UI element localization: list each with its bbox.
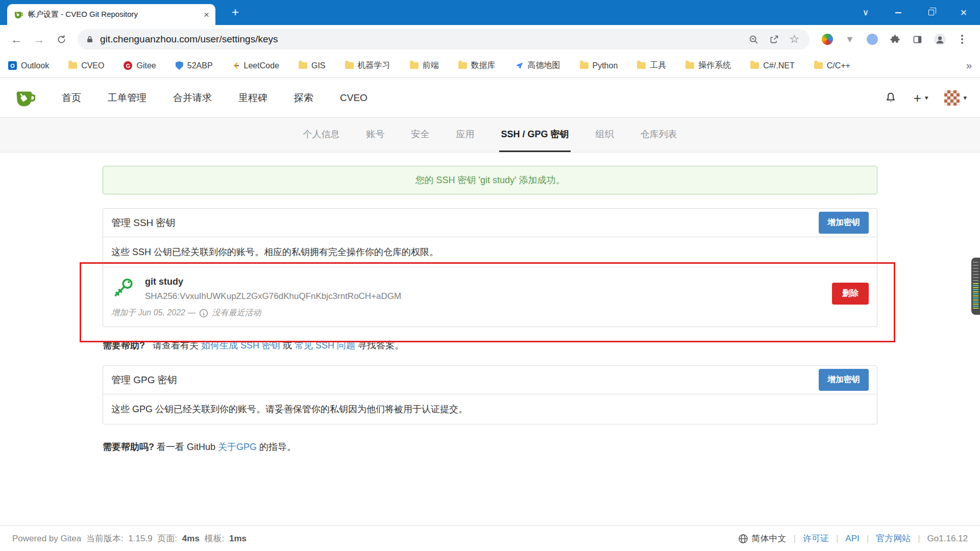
folder-icon	[580, 62, 589, 69]
nav-item-explore[interactable]: 探索	[294, 91, 313, 105]
folder-icon	[750, 62, 759, 69]
nav-item-issues[interactable]: 工单管理	[108, 91, 146, 105]
bookmark-folder-ml[interactable]: 机器学习	[345, 60, 390, 71]
footer-link-website[interactable]: 官方网站	[876, 533, 911, 544]
forward-button[interactable]: →	[28, 28, 50, 51]
sidebar-icon[interactable]	[910, 32, 925, 47]
extensions-puzzle-icon[interactable]	[887, 32, 902, 47]
bookmark-folder-frontend[interactable]: 前端	[410, 60, 439, 71]
tab-account[interactable]: 账号	[364, 118, 386, 152]
extensions-area: ▼	[815, 32, 975, 47]
tab-ssh-gpg-keys[interactable]: SSH / GPG 密钥	[499, 118, 570, 152]
side-scroll-widget[interactable]	[971, 258, 980, 315]
profile-icon[interactable]	[932, 32, 947, 47]
nav-item-home[interactable]: 首页	[62, 91, 81, 105]
ssh-key-fingerprint: SHA256:VvxuIhUWKupZL2GxG76dKhuQFnKbjc3rn…	[145, 291, 401, 302]
minimize-button[interactable]	[882, 0, 915, 25]
bookmark-folder-os[interactable]: 操作系统	[685, 60, 731, 71]
folder-icon	[299, 62, 307, 69]
ssh-key-row: git study SHA256:VvxuIhUWKupZL2GxG76dKhu…	[103, 267, 877, 327]
delete-key-button[interactable]: 删除	[832, 283, 869, 305]
powered-by: Powered by Gitea	[12, 534, 81, 543]
tab-close-icon[interactable]: ×	[204, 10, 209, 19]
share-icon[interactable]	[767, 34, 781, 45]
go-version: Go1.16.12	[927, 534, 968, 544]
back-button[interactable]: ←	[5, 28, 28, 51]
link-about-gpg[interactable]: 关于GPG	[218, 442, 257, 452]
link-how-to-generate-ssh-key[interactable]: 如何生成 SSH 密钥	[201, 340, 280, 350]
bookmark-folder-csharp[interactable]: C#/.NET	[750, 61, 794, 70]
tab-repositories[interactable]: 仓库列表	[639, 118, 679, 152]
bookmarks-overflow-chevron-icon[interactable]: »	[966, 60, 972, 71]
amap-icon	[515, 61, 524, 70]
tab-security[interactable]: 安全	[409, 118, 431, 152]
create-new-dropdown[interactable]: + ▾	[914, 91, 928, 105]
close-button[interactable]: ×	[947, 0, 980, 25]
link-common-ssh-issues[interactable]: 常见 SSH 问题	[295, 340, 355, 350]
vue-icon[interactable]: ▼	[842, 32, 857, 47]
footer-link-api[interactable]: API	[845, 534, 859, 544]
nav-item-pull-requests[interactable]: 合并请求	[173, 91, 212, 105]
bookmark-folder-tools[interactable]: 工具	[637, 60, 666, 71]
address-bar[interactable]: git.chenguanzhou.com/user/settings/keys …	[78, 29, 810, 49]
bookmark-folder-cveo[interactable]: CVEO	[68, 61, 104, 70]
new-tab-button[interactable]: +	[228, 6, 243, 19]
tab-profile[interactable]: 个人信息	[301, 118, 341, 152]
chevron-down-icon: ▾	[963, 94, 967, 102]
browser-toolbar: ← → git.chenguanzhou.com/user/settings/k…	[0, 25, 980, 54]
user-menu[interactable]: ▾	[944, 90, 967, 106]
gitee-icon: G	[124, 61, 132, 70]
reload-button[interactable]	[50, 28, 72, 51]
bell-icon[interactable]	[884, 91, 897, 105]
template-time: 1ms	[229, 534, 247, 543]
bookmark-folder-database[interactable]: 数据库	[458, 60, 496, 71]
side-widget-stripes-color	[973, 283, 978, 310]
shield-icon	[176, 61, 183, 70]
gitea-favicon-icon	[13, 10, 23, 19]
zoom-out-icon[interactable]	[746, 34, 761, 45]
bookmark-folder-python[interactable]: Python	[580, 61, 618, 70]
ssh-key-meta: 增加于 Jun 05, 2022 — 没有最近活动	[111, 308, 869, 318]
nav-item-milestones[interactable]: 里程碑	[238, 91, 267, 105]
gpg-keys-panel: 管理 GPG 密钥 增加密钥 这些 GPG 公钥已经关联到你的账号。请妥善保管你…	[103, 365, 877, 424]
plus-icon: +	[914, 91, 921, 105]
globe-icon	[738, 534, 748, 544]
idm-icon[interactable]	[820, 32, 835, 47]
bookmark-folder-gis[interactable]: GIS	[299, 61, 326, 70]
menu-dots-icon[interactable]	[954, 32, 970, 47]
nav-item-cveo[interactable]: CVEO	[340, 92, 368, 104]
bookmark-star-icon[interactable]: ☆	[787, 33, 801, 46]
add-gpg-key-button[interactable]: 增加密钥	[819, 369, 869, 391]
bookmark-amap[interactable]: 高德地图	[515, 60, 560, 71]
gitea-logo-icon[interactable]	[13, 87, 35, 109]
chevron-down-icon: ▾	[925, 94, 928, 102]
tab-organizations[interactable]: 组织	[594, 118, 616, 152]
leetcode-icon	[232, 61, 240, 70]
lock-icon	[86, 35, 94, 43]
bookmark-leetcode[interactable]: LeetCode	[232, 61, 279, 70]
bookmark-outlook[interactable]: OOutlook	[8, 61, 49, 70]
gpg-help-text: 需要帮助吗? 看一看 GitHub 关于GPG 的指导。	[103, 441, 877, 453]
bookmark-52abp[interactable]: 52ABP	[176, 61, 213, 70]
ssh-key-name: git study	[145, 274, 401, 287]
tab-title: 帐户设置 - CVEO Git Repository	[28, 10, 199, 19]
folder-icon	[68, 62, 77, 69]
window-controls: ∨ ×	[849, 0, 980, 25]
page-time: 4ms	[182, 534, 200, 543]
success-message: 您的 SSH 密钥 'git study' 添加成功。	[103, 166, 877, 194]
tab-applications[interactable]: 应用	[454, 118, 476, 152]
restore-button[interactable]	[915, 0, 947, 25]
ssh-key-activity: 没有最近活动	[212, 308, 261, 318]
bookmark-gitee[interactable]: GGitee	[124, 61, 156, 70]
bookmark-folder-cpp[interactable]: C/C++	[814, 61, 850, 70]
navbar-right: + ▾ ▾	[884, 90, 967, 106]
add-ssh-key-button[interactable]: 增加密钥	[819, 212, 869, 234]
language-selector[interactable]: 简体中文	[738, 533, 787, 544]
tab-search-icon[interactable]: ∨	[849, 0, 882, 25]
info-icon	[199, 309, 208, 318]
browser-tab[interactable]: 帐户设置 - CVEO Git Repository ×	[7, 4, 215, 25]
bookmarks-bar: OOutlook CVEO GGitee 52ABP LeetCode GIS …	[0, 54, 980, 78]
blue-dot-icon[interactable]	[865, 32, 880, 47]
url-text[interactable]: git.chenguanzhou.com/user/settings/keys	[100, 34, 740, 45]
footer-link-license[interactable]: 许可证	[803, 533, 829, 544]
